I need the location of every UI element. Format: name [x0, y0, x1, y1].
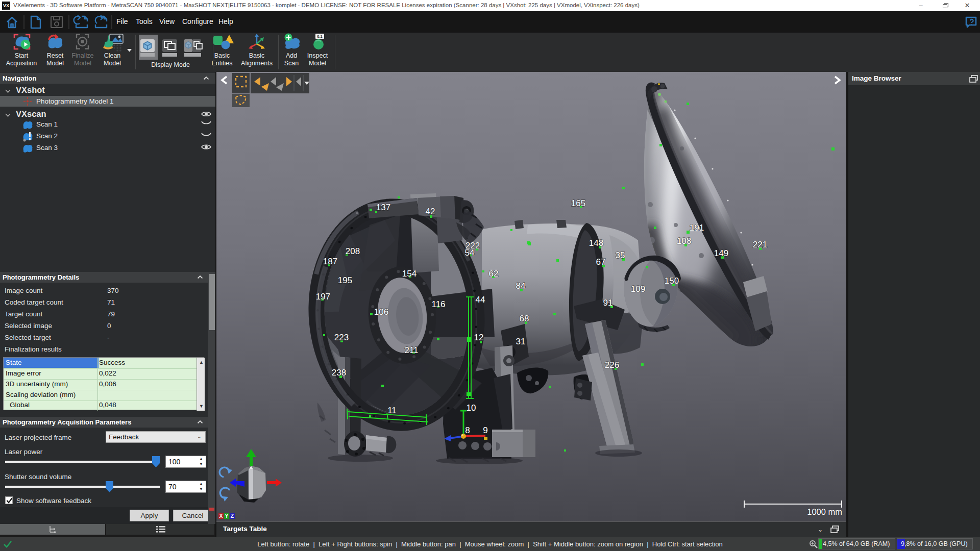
svg-text:68: 68 [520, 314, 529, 323]
svg-text:208: 208 [346, 246, 360, 256]
svg-text:35: 35 [616, 251, 625, 260]
svg-text:223: 223 [334, 333, 349, 342]
svg-text:187: 187 [323, 257, 337, 266]
svg-text:197: 197 [316, 292, 330, 302]
svg-text:1000 mm: 1000 mm [807, 507, 842, 516]
svg-text:191: 191 [690, 223, 704, 233]
svg-text:11: 11 [387, 406, 397, 415]
svg-text:10: 10 [467, 403, 476, 413]
svg-text:150: 150 [665, 276, 679, 286]
svg-text:108: 108 [677, 236, 691, 246]
svg-text:91: 91 [603, 298, 613, 308]
svg-text:Y: Y [225, 513, 228, 519]
svg-text:0.1: 0.1 [317, 34, 322, 39]
svg-text:238: 238 [332, 368, 346, 378]
svg-text:154: 154 [402, 269, 416, 279]
svg-text:54: 54 [465, 248, 475, 258]
svg-text:12: 12 [474, 333, 484, 342]
svg-text:165: 165 [571, 198, 585, 208]
svg-text:106: 106 [374, 307, 388, 317]
svg-text:31: 31 [516, 337, 526, 346]
svg-text:67: 67 [596, 257, 606, 267]
svg-text:42: 42 [426, 207, 435, 216]
svg-text:62: 62 [489, 269, 499, 279]
svg-text:X: X [219, 513, 223, 519]
svg-text:Z: Z [231, 513, 234, 519]
svg-text:109: 109 [631, 284, 645, 294]
svg-text:116: 116 [431, 299, 445, 309]
svg-text:148: 148 [589, 238, 603, 248]
svg-text:8: 8 [465, 425, 470, 435]
svg-text:211: 211 [404, 345, 418, 355]
svg-text:226: 226 [605, 360, 619, 370]
svg-text:84: 84 [516, 281, 526, 291]
svg-text:149: 149 [714, 248, 728, 258]
svg-text:137: 137 [376, 203, 390, 212]
svg-text:195: 195 [338, 276, 352, 285]
svg-text:221: 221 [753, 240, 767, 249]
svg-text:44: 44 [476, 295, 485, 305]
svg-text:9: 9 [483, 425, 487, 435]
